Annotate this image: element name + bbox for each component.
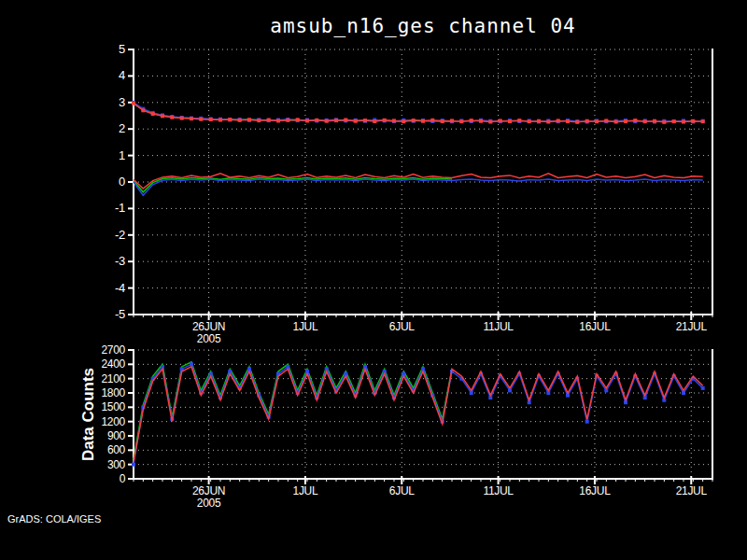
- svg-text:1800: 1800: [102, 386, 126, 399]
- svg-text:5: 5: [119, 42, 125, 56]
- svg-text:1: 1: [119, 148, 125, 162]
- gridlines-bias-stdev-panel: [134, 49, 712, 315]
- svg-text:-1: -1: [115, 201, 125, 215]
- svg-text:16JUL: 16JUL: [579, 484, 611, 497]
- svg-text:21JUL: 21JUL: [676, 484, 708, 497]
- svg-text:2: 2: [119, 121, 125, 135]
- grads-plot-window: { "title": "amsub_n16_ges channel 04", "…: [0, 0, 747, 560]
- svg-text:1JUL: 1JUL: [293, 484, 318, 497]
- svg-text:1200: 1200: [102, 415, 126, 428]
- svg-text:2400: 2400: [102, 357, 126, 371]
- svg-text:2700: 2700: [102, 343, 126, 357]
- svg-text:6JUL: 6JUL: [389, 320, 415, 333]
- series-bias-blue: [134, 179, 703, 195]
- svg-text:2005: 2005: [197, 332, 221, 345]
- svg-text:11JUL: 11JUL: [483, 484, 514, 497]
- svg-text:2100: 2100: [102, 372, 126, 385]
- svg-text:900: 900: [107, 429, 126, 442]
- series-counts-red: [134, 367, 703, 462]
- svg-text:6JUL: 6JUL: [389, 484, 415, 497]
- svg-text:-3: -3: [115, 254, 125, 268]
- svg-text:600: 600: [107, 443, 126, 456]
- svg-text:0: 0: [119, 175, 125, 189]
- svg-text:300: 300: [107, 458, 126, 471]
- svg-text:3: 3: [119, 95, 125, 109]
- svg-text:4: 4: [119, 68, 125, 82]
- svg-text:0: 0: [120, 472, 126, 485]
- svg-text:-2: -2: [115, 228, 125, 242]
- svg-text:11JUL: 11JUL: [483, 320, 514, 333]
- charts-canvas: Data Counts -5-4-3-2-101234526JUN20051JU…: [0, 0, 747, 560]
- svg-text:26JUN: 26JUN: [192, 320, 225, 333]
- svg-text:16JUL: 16JUL: [579, 320, 611, 333]
- grads-watermark: GrADS: COLA/IGES: [7, 513, 101, 525]
- svg-text:1JUL: 1JUL: [293, 320, 318, 333]
- svg-text:-4: -4: [115, 281, 125, 295]
- y-axis-label-data-counts: Data Counts: [79, 368, 97, 461]
- svg-text:21JUL: 21JUL: [676, 320, 708, 333]
- svg-text:1500: 1500: [102, 400, 126, 413]
- ticks-and-labels-bias-stdev-panel: -5-4-3-2-101234526JUN20051JUL6JUL11JUL16…: [115, 42, 712, 345]
- svg-text:-5: -5: [115, 307, 125, 321]
- svg-text:26JUN: 26JUN: [192, 484, 225, 497]
- svg-text:2005: 2005: [197, 497, 221, 510]
